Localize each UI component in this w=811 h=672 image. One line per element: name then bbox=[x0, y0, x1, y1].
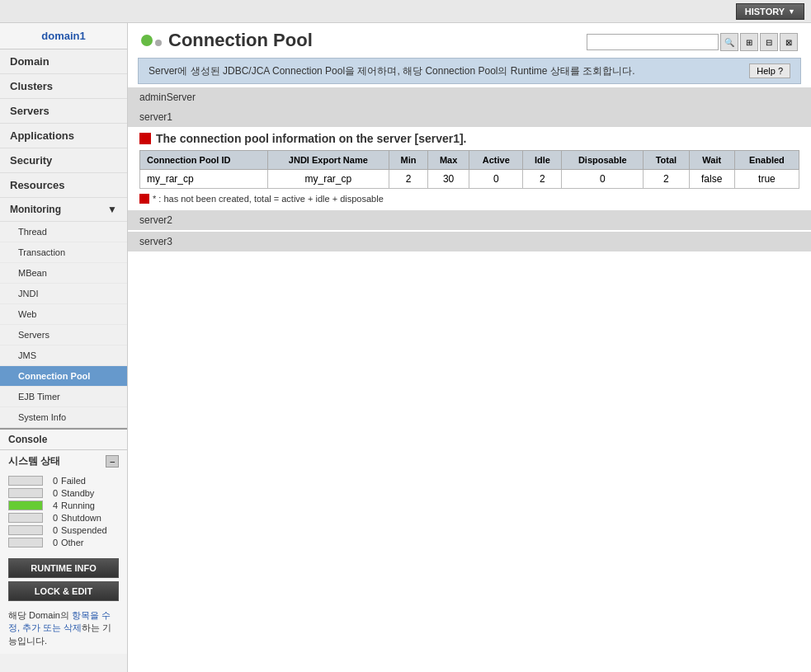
system-state-header: 시스템 상태 – bbox=[0, 450, 127, 472]
status-bar-failed bbox=[8, 476, 43, 486]
bottom-description: 해당 Domain의 항목을 수정, 추가 또는 삭제하는 기능입니다. bbox=[0, 606, 127, 654]
sidebar-item-domain[interactable]: Domain bbox=[0, 49, 127, 74]
sidebar-item-clusters[interactable]: Clusters bbox=[0, 74, 127, 99]
sidebar-item-servers-sub[interactable]: Servers bbox=[0, 325, 127, 345]
status-name-other: Other bbox=[61, 538, 84, 547]
sidebar-item-system-info[interactable]: System Info bbox=[0, 407, 127, 428]
info-banner: Server에 생성된 JDBC/JCA Connection Pool을 제어… bbox=[138, 58, 801, 84]
status-count-other: 0 bbox=[46, 538, 58, 547]
status-fill-running bbox=[9, 501, 42, 510]
sidebar-item-servers[interactable]: Servers bbox=[0, 99, 127, 124]
sidebar-item-mbean[interactable]: MBean bbox=[0, 263, 127, 284]
server-row-server3: server3 bbox=[128, 232, 811, 251]
status-name-failed: Failed bbox=[61, 476, 86, 486]
sidebar-item-thread[interactable]: Thread bbox=[0, 222, 127, 242]
status-count-suspended: 0 bbox=[46, 525, 58, 535]
info-banner-text: Server에 생성된 JDBC/JCA Connection Pool을 제어… bbox=[149, 64, 635, 78]
status-row-other: 0 Other bbox=[8, 538, 119, 547]
domain-label[interactable]: domain1 bbox=[0, 23, 127, 49]
status-bar-shutdown bbox=[8, 513, 43, 523]
status-name-standby: Standby bbox=[61, 488, 94, 498]
status-name-suspended: Suspended bbox=[61, 525, 107, 535]
page-header: Connection Pool 🔍 ⊞ ⊟ ⊠ bbox=[128, 23, 811, 54]
cell-idle: 2 bbox=[523, 170, 562, 189]
server-row-server1: server1 bbox=[128, 107, 811, 127]
search-action-button-2[interactable]: ⊟ bbox=[760, 33, 778, 51]
status-row-running: 4 Running bbox=[8, 500, 119, 510]
logo-dots bbox=[141, 35, 162, 46]
status-count-running: 4 bbox=[46, 500, 58, 510]
server-row-adminserver: adminServer bbox=[128, 87, 811, 107]
cell-max: 30 bbox=[428, 170, 469, 189]
sidebar-item-transaction[interactable]: Transaction bbox=[0, 242, 127, 263]
collapse-button[interactable]: – bbox=[106, 455, 119, 468]
monitoring-arrow-icon: ▼ bbox=[107, 204, 117, 215]
section-title: The connection pool information on the s… bbox=[128, 127, 811, 150]
lock-edit-button[interactable]: LOCK & EDIT bbox=[8, 581, 119, 601]
history-button[interactable]: HISTORY ▼ bbox=[736, 3, 804, 20]
section-title-text: The connection pool information on the s… bbox=[156, 132, 467, 145]
table-row: my_rar_cp my_rar_cp 2 30 0 2 0 2 false t… bbox=[140, 170, 799, 189]
console-header: Console bbox=[0, 430, 127, 450]
sidebar-item-jms[interactable]: JMS bbox=[0, 345, 127, 366]
monitoring-label: Monitoring bbox=[10, 204, 61, 215]
status-bar-running bbox=[8, 500, 43, 510]
status-row-standby: 0 Standby bbox=[8, 488, 119, 498]
cell-min: 2 bbox=[389, 170, 428, 189]
status-row-shutdown: 0 Shutdown bbox=[8, 513, 119, 523]
search-area: 🔍 ⊞ ⊟ ⊠ bbox=[587, 33, 798, 51]
note-flag-icon bbox=[139, 194, 149, 204]
console-label: Console bbox=[8, 434, 47, 445]
sidebar-item-connection-pool[interactable]: Connection Pool bbox=[0, 366, 127, 387]
col-header-idle: Idle bbox=[523, 151, 562, 170]
help-button[interactable]: Help ? bbox=[749, 63, 790, 78]
col-header-total: Total bbox=[644, 151, 689, 170]
col-header-jndi: JNDI Export Name bbox=[267, 151, 389, 170]
main-layout: domain1 Domain Clusters Servers Applicat… bbox=[0, 23, 811, 672]
status-count-shutdown: 0 bbox=[46, 513, 58, 523]
action-buttons: RUNTIME INFO LOCK & EDIT bbox=[0, 553, 127, 606]
green-dot-icon bbox=[141, 35, 153, 46]
page-title: Connection Pool bbox=[168, 30, 313, 51]
status-row-suspended: 0 Suspended bbox=[8, 525, 119, 535]
monitoring-header[interactable]: Monitoring ▼ bbox=[0, 198, 127, 222]
section-flag-icon bbox=[139, 133, 151, 144]
sidebar: domain1 Domain Clusters Servers Applicat… bbox=[0, 23, 128, 672]
sidebar-item-security[interactable]: Security bbox=[0, 148, 127, 173]
content-area: Connection Pool 🔍 ⊞ ⊟ ⊠ Server에 생성된 JDBC… bbox=[128, 23, 811, 672]
cell-total: 2 bbox=[644, 170, 689, 189]
pool-note: * : has not been created, total = active… bbox=[128, 189, 811, 209]
sidebar-item-jndi[interactable]: JNDI bbox=[0, 284, 127, 304]
status-name-running: Running bbox=[61, 500, 95, 510]
pool-note-text: * : has not been created, total = active… bbox=[153, 194, 384, 204]
cell-enabled: true bbox=[734, 170, 799, 189]
col-header-active: Active bbox=[469, 151, 523, 170]
page-title-area: Connection Pool bbox=[141, 30, 313, 51]
sidebar-item-resources[interactable]: Resources bbox=[0, 173, 127, 198]
runtime-info-button[interactable]: RUNTIME INFO bbox=[8, 558, 119, 578]
status-bar-standby bbox=[8, 488, 43, 498]
search-input[interactable] bbox=[587, 34, 719, 50]
sidebar-item-web[interactable]: Web bbox=[0, 304, 127, 325]
history-label: HISTORY bbox=[745, 7, 785, 16]
sidebar-item-applications[interactable]: Applications bbox=[0, 124, 127, 148]
bottom-text-prefix: 해당 Domain의 bbox=[8, 610, 72, 620]
cell-wait: false bbox=[689, 170, 734, 189]
search-action-button-3[interactable]: ⊠ bbox=[780, 33, 798, 51]
status-name-shutdown: Shutdown bbox=[61, 513, 101, 523]
col-header-max: Max bbox=[428, 151, 469, 170]
cell-pool-id: my_rar_cp bbox=[140, 170, 268, 189]
status-bar-suspended bbox=[8, 525, 43, 535]
status-row-failed: 0 Failed bbox=[8, 476, 119, 486]
col-header-wait: Wait bbox=[689, 151, 734, 170]
system-state-label: 시스템 상태 bbox=[8, 454, 60, 468]
search-action-button-1[interactable]: ⊞ bbox=[740, 33, 758, 51]
gray-dot-icon bbox=[155, 40, 162, 46]
col-header-min: Min bbox=[389, 151, 428, 170]
console-section: Console 시스템 상태 – 0 Failed bbox=[0, 428, 127, 654]
sidebar-item-ejb-timer[interactable]: EJB Timer bbox=[0, 387, 127, 407]
cell-jndi: my_rar_cp bbox=[267, 170, 389, 189]
status-bar-other bbox=[8, 538, 43, 547]
search-button[interactable]: 🔍 bbox=[720, 33, 738, 51]
table-header-row: Connection Pool ID JNDI Export Name Min … bbox=[140, 151, 799, 170]
